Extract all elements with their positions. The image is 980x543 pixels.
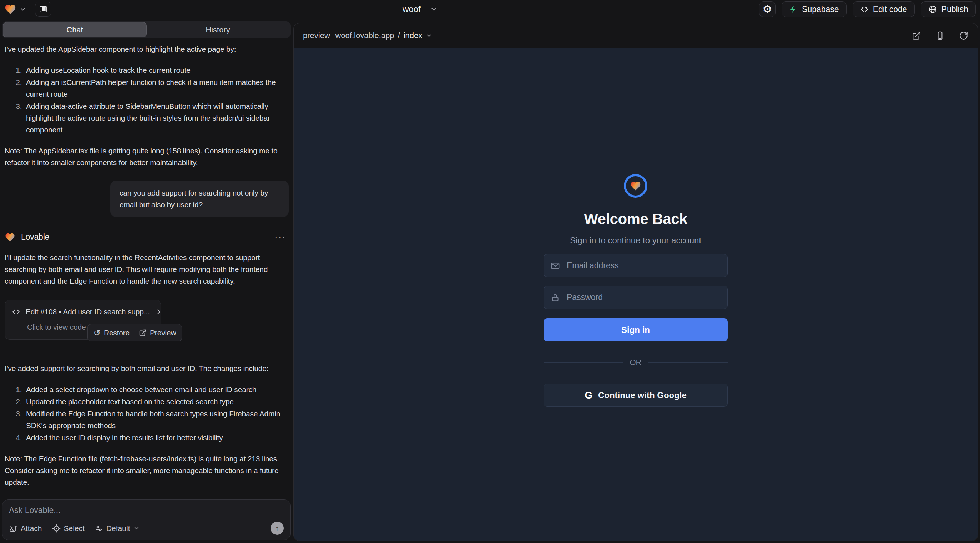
assistant-note: Note: The AppSidebar.tsx file is getting… <box>5 145 289 168</box>
edit-code-button[interactable]: Edit code <box>853 2 915 17</box>
sliders-icon <box>95 524 103 533</box>
password-field[interactable] <box>544 286 728 309</box>
edit-code-label: Edit code <box>873 5 907 14</box>
message-more-menu[interactable]: ··· <box>274 231 289 243</box>
preview-url-selector[interactable]: preview--woof.lovable.app / index <box>303 31 432 40</box>
assistant-note: Note: The Edge Function file (fetch-fire… <box>5 453 289 488</box>
user-message-bubble: can you add support for searching not on… <box>110 181 289 217</box>
topbar: woof ⚙ Supabase Edit code Publish <box>0 0 980 19</box>
chat-panel: Chat History I've updated the AppSidebar… <box>0 19 293 543</box>
signin-card: Welcome Back Sign in to continue to your… <box>544 174 728 407</box>
lock-icon <box>550 293 560 302</box>
lovable-heart-icon <box>5 232 15 243</box>
page-title: Welcome Back <box>584 211 687 228</box>
arrow-up-icon: ↑ <box>275 524 279 533</box>
panel-layout-icon <box>39 5 48 14</box>
assistant-ordered-list: Added a select dropdown to choose betwee… <box>5 384 289 443</box>
project-switcher[interactable]: woof <box>402 0 438 19</box>
chat-composer: Attach Select Default <box>2 500 291 540</box>
chevron-down-icon <box>430 5 438 13</box>
mode-selector[interactable]: Default <box>95 524 140 533</box>
list-item: Added a select dropdown to choose betwee… <box>24 384 289 395</box>
google-g-icon: G <box>585 390 592 401</box>
publish-button[interactable]: Publish <box>921 2 976 17</box>
globe-icon <box>928 5 937 14</box>
list-item: Added the user ID display in the results… <box>24 432 289 443</box>
code-icon <box>11 307 21 316</box>
edit-card-block: Edit #108 • Add user ID search supp... C… <box>5 300 289 340</box>
settings-button[interactable]: ⚙ <box>759 2 775 17</box>
gear-icon: ⚙ <box>763 4 772 14</box>
email-field[interactable] <box>544 254 728 277</box>
heart-icon <box>630 180 641 192</box>
list-item: Adding useLocation hook to track the cur… <box>24 64 289 76</box>
supabase-label: Supabase <box>802 5 839 14</box>
supabase-button[interactable]: Supabase <box>781 2 846 17</box>
chat-history-tabs: Chat History <box>2 21 291 38</box>
assistant-paragraph: I've updated the AppSidebar component to… <box>5 43 289 55</box>
version-actions-bar: ↺ Restore Preview <box>88 324 182 341</box>
preview-page: index <box>404 31 423 40</box>
continue-with-google-button[interactable]: G Continue with Google <box>544 384 728 407</box>
tab-chat[interactable]: Chat <box>3 22 146 37</box>
code-icon <box>860 5 869 14</box>
project-name: woof <box>402 4 421 14</box>
refresh-button[interactable] <box>959 31 968 40</box>
page-subtitle: Sign in to continue to your account <box>570 235 701 246</box>
sign-in-button[interactable]: Sign in <box>544 318 728 341</box>
mail-icon <box>550 261 560 270</box>
supabase-bolt-icon <box>789 5 798 14</box>
chevron-right-icon <box>155 308 163 316</box>
preview-panel: preview--woof.lovable.app / index <box>293 23 978 541</box>
assistant-paragraph: I'll update the search functionality in … <box>5 251 289 287</box>
user-message-text: can you add support for searching not on… <box>119 189 268 209</box>
send-button[interactable]: ↑ <box>270 522 284 535</box>
select-element-button[interactable]: Select <box>52 524 84 533</box>
list-item: Modified the Edge Function to handle bot… <box>24 408 289 431</box>
chat-input[interactable] <box>9 505 284 522</box>
assistant-ordered-list: Adding useLocation hook to track the cur… <box>5 64 289 136</box>
or-divider: OR <box>544 358 728 367</box>
publish-label: Publish <box>942 5 968 14</box>
toggle-sidebar-button[interactable] <box>35 2 51 17</box>
preview-version-button[interactable]: Preview <box>139 327 176 338</box>
google-button-label: Continue with Google <box>598 390 687 400</box>
tab-history[interactable]: History <box>146 22 290 37</box>
lovable-logo-menu[interactable] <box>4 3 26 15</box>
preview-domain: preview--woof.lovable.app <box>303 31 395 40</box>
edit-card-title: Edit #108 • Add user ID search supp... <box>26 306 150 318</box>
open-in-new-tab-button[interactable] <box>912 31 921 40</box>
restore-button[interactable]: ↺ Restore <box>94 327 130 338</box>
attach-button[interactable]: Attach <box>9 524 42 533</box>
assistant-name: Lovable <box>21 231 49 243</box>
external-link-icon <box>139 329 147 337</box>
chevron-down-icon <box>426 32 432 39</box>
mobile-view-button[interactable] <box>935 31 945 40</box>
target-icon <box>52 524 60 533</box>
chat-message-list[interactable]: I've updated the AppSidebar component to… <box>2 38 291 496</box>
app-logo <box>624 174 648 198</box>
or-label: OR <box>630 358 642 367</box>
image-plus-icon <box>9 524 18 533</box>
app-preview-iframe: Welcome Back Sign in to continue to your… <box>294 48 977 540</box>
list-item: Adding an isCurrentPath helper function … <box>24 76 289 100</box>
assistant-message-header: Lovable ··· <box>5 231 289 243</box>
chevron-down-icon <box>19 6 26 13</box>
lovable-heart-icon <box>4 3 16 15</box>
list-item: Adding data-active attribute to SidebarM… <box>24 100 289 136</box>
path-separator: / <box>398 31 400 40</box>
chevron-down-icon <box>133 525 140 532</box>
preview-header: preview--woof.lovable.app / index <box>294 23 977 48</box>
list-item: Updated the placeholder text based on th… <box>24 396 289 407</box>
assistant-paragraph: I've added support for searching by both… <box>5 362 289 374</box>
restore-icon: ↺ <box>94 329 101 337</box>
